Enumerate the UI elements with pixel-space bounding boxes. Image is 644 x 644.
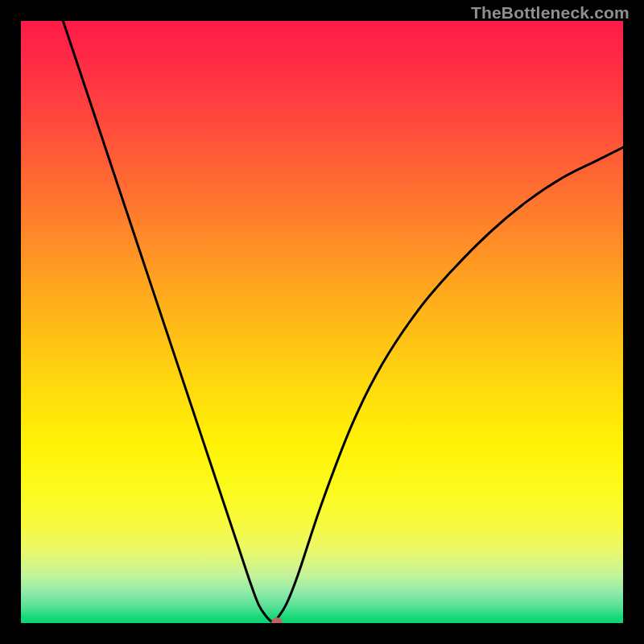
bottleneck-curve bbox=[21, 21, 623, 623]
optimum-point-marker bbox=[271, 617, 283, 623]
curve-right-branch bbox=[274, 147, 623, 623]
chart-frame: TheBottleneck.com bbox=[0, 0, 644, 644]
curve-left-branch bbox=[63, 21, 274, 623]
plot-area bbox=[21, 21, 623, 623]
watermark-text: TheBottleneck.com bbox=[471, 3, 630, 23]
